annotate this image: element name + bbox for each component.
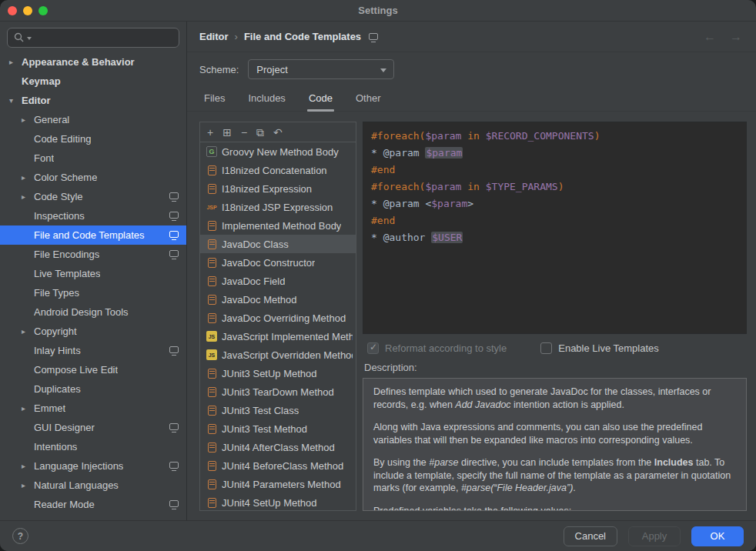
chevron-right-icon[interactable]: ▸ [22,481,34,489]
template-item-groovy-new-method-body[interactable]: GGroovy New Method Body [200,142,356,161]
sidebar-item-keymap[interactable]: Keymap [0,72,186,91]
chevron-right-icon[interactable]: ▸ [9,58,22,66]
template-item-javadoc-method[interactable]: JavaDoc Method [200,290,356,309]
copy-template-icon[interactable]: ⧉ [256,127,264,138]
template-item-implemented-method-body[interactable]: Implemented Method Body [200,216,356,235]
chevron-right-icon[interactable]: ▸ [22,404,34,412]
template-item-junit4-afterclass-method[interactable]: JUnit4 AfterClass Method [200,438,356,456]
zoom-button[interactable] [38,6,48,15]
minimize-button[interactable] [23,6,32,15]
chevron-down-icon[interactable]: ▾ [9,96,22,105]
sidebar-item-label: Natural Languages [34,479,119,491]
sidebar-item-live-templates[interactable]: Live Templates [0,264,186,283]
sidebar-item-android-design-tools[interactable]: Android Design Tools [0,302,186,322]
help-button[interactable]: ? [12,528,28,544]
template-item-javadoc-field[interactable]: JavaDoc Field [200,272,356,290]
scheme-select[interactable]: Project [248,59,394,79]
groovy-file-icon: G [206,146,217,157]
template-item-javascript-implemented-method[interactable]: JSJavaScript Implemented Method [200,327,356,346]
remove-template-icon[interactable]: − [241,127,247,138]
breadcrumb-parent[interactable]: Editor [199,31,229,42]
template-item-junit3-test-class[interactable]: JUnit3 Test Class [200,401,356,419]
ok-button[interactable]: OK [691,526,744,546]
sidebar-item-intentions[interactable]: Intentions [0,437,186,456]
template-tabs: FilesIncludesCodeOther [187,86,756,112]
sidebar-item-appearance-behavior[interactable]: ▸Appearance & Behavior [0,52,186,72]
breadcrumb: Editor › File and Code Templates ← → [187,22,756,52]
sidebar-item-label: Inspections [34,210,85,222]
description-label: Description: [363,362,747,378]
tab-files[interactable]: Files [202,92,226,111]
sidebar-item-color-scheme[interactable]: ▸Color Scheme [0,168,186,187]
template-item-junit3-teardown-method[interactable]: JUnit3 TearDown Method [200,382,356,401]
sidebar-item-label: Language Injections [34,460,123,472]
sidebar-item-file-and-code-templates[interactable]: File and Code Templates [0,225,186,245]
sidebar-item-code-editing[interactable]: Code Editing [0,129,186,149]
template-item-javascript-overridden-method[interactable]: JSJavaScript Overridden Method [200,346,356,364]
sidebar-item-general[interactable]: ▸General [0,110,186,129]
template-file-icon [208,461,216,471]
sidebar-item-file-encodings[interactable]: File Encodings [0,245,186,264]
template-item-javadoc-overriding-method[interactable]: JavaDoc Overriding Method [200,309,356,327]
template-file-icon [208,258,216,268]
chevron-right-icon[interactable]: ▸ [22,192,34,201]
template-item-junit4-parameters-method[interactable]: JUnit4 Parameters Method [200,475,356,493]
scheme-row: Scheme: Project [187,52,756,86]
reset-template-icon[interactable]: ↶ [273,127,283,138]
settings-content: Editor › File and Code Templates ← → Sch… [187,22,756,520]
close-button[interactable] [8,6,17,15]
sidebar-item-natural-languages[interactable]: ▸Natural Languages [0,476,186,495]
sidebar-item-language-injections[interactable]: ▸Language Injections [0,456,186,476]
template-item-label: JUnit4 BeforeClass Method [222,460,343,472]
description-box[interactable]: Defines template which used to generate … [363,378,747,511]
template-item-javadoc-class[interactable]: JavaDoc Class [200,235,356,253]
settings-sidebar: ▸Appearance & BehaviorKeymap▾Editor▸Gene… [0,22,187,520]
ide-config-icon [169,192,179,199]
description-paragraph: By using the #parse directive, you can i… [373,456,736,495]
code-line: #foreach($param in $RECORD_COMPONENTS) [371,128,738,145]
template-item-junit3-test-method[interactable]: JUnit3 Test Method [200,419,356,438]
search-field-wrap [7,28,179,48]
template-item-junit4-setup-method[interactable]: JUnit4 SetUp Method [200,493,356,510]
sidebar-item-reader-mode[interactable]: Reader Mode [0,495,186,514]
search-input[interactable] [7,28,179,48]
chevron-right-icon[interactable]: ▸ [22,115,34,124]
template-item-junit3-setup-method[interactable]: JUnit3 SetUp Method [200,364,356,382]
template-item-label: Implemented Method Body [222,220,341,232]
template-item-i18nized-jsp-expression[interactable]: JSPI18nized JSP Expression [200,198,356,216]
template-list-panel: +⊞−⧉↶ GGroovy New Method BodyI18nized Co… [199,122,356,511]
template-item-i18nized-expression[interactable]: I18nized Expression [200,179,356,198]
template-item-junit4-beforeclass-method[interactable]: JUnit4 BeforeClass Method [200,456,356,475]
sidebar-item-file-types[interactable]: File Types [0,283,186,302]
sidebar-item-inspections[interactable]: Inspections [0,206,186,225]
sidebar-item-inlay-hints[interactable]: Inlay Hints [0,341,186,360]
chevron-right-icon[interactable]: ▸ [22,173,34,182]
tab-includes[interactable]: Includes [246,92,286,111]
reformat-label: Reformat according to style [385,342,507,354]
sidebar-item-editor[interactable]: ▾Editor [0,91,186,110]
cancel-button[interactable]: Cancel [564,526,617,546]
template-code-editor[interactable]: #foreach($param in $RECORD_COMPONENTS) *… [363,122,747,334]
sidebar-item-font[interactable]: Font [0,149,186,168]
template-item-i18nized-concatenation[interactable]: I18nized Concatenation [200,161,356,179]
chevron-right-icon[interactable]: ▸ [22,327,34,336]
sidebar-item-emmet[interactable]: ▸Emmet [0,399,186,418]
sidebar-item-label: Editor [22,95,51,106]
enable-live-templates-checkbox[interactable]: Enable Live Templates [540,342,659,354]
sidebar-item-code-style[interactable]: ▸Code Style [0,187,186,206]
add-template-icon[interactable]: + [207,127,213,138]
sidebar-item-label: Code Style [34,191,83,202]
chevron-right-icon[interactable]: ▸ [22,462,34,470]
search-history-chevron-icon[interactable] [27,37,32,40]
sidebar-item-copyright[interactable]: ▸Copyright [0,322,186,341]
template-item-javadoc-constructor[interactable]: JavaDoc Constructor [200,253,356,272]
sidebar-item-compose-live-edit[interactable]: Compose Live Edit [0,360,186,379]
create-child-template-icon[interactable]: ⊞ [222,127,232,138]
tab-other[interactable]: Other [354,92,383,111]
code-line: * @author $USER [371,229,738,246]
template-file-icon [208,387,216,397]
sidebar-item-gui-designer[interactable]: GUI Designer [0,418,186,437]
sidebar-item-duplicates[interactable]: Duplicates [0,379,186,399]
code-line: #end [371,162,738,179]
tab-code[interactable]: Code [307,92,334,111]
